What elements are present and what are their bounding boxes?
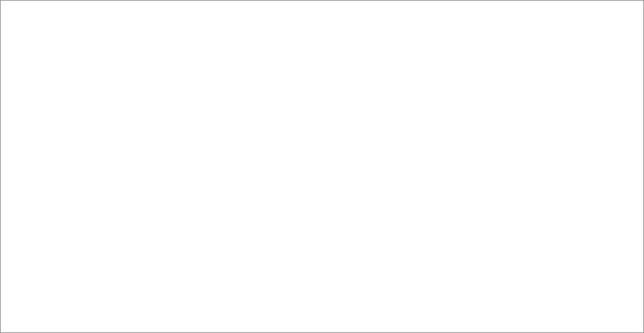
main-container bbox=[0, 0, 644, 333]
